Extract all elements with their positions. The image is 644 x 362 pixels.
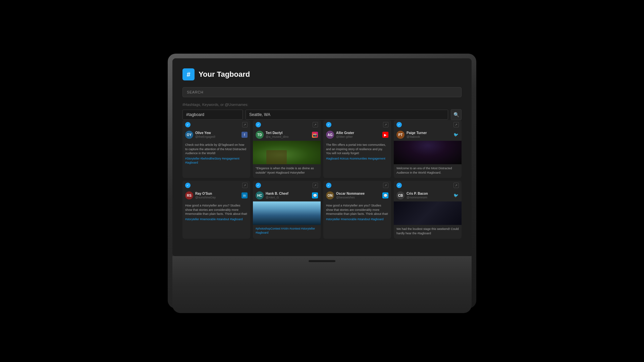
card-top-bar: ✓↗: [253, 120, 321, 129]
card-image: [394, 201, 462, 225]
card-check-icon[interactable]: ✓: [256, 183, 261, 188]
card-user-row: AGAllie Grater@litter-g8ter▶: [323, 129, 391, 141]
card-text-section: #photoshopContest #AMA #contest #storyte…: [253, 225, 321, 237]
avatar: RS: [185, 191, 193, 199]
card-username: Allie Grater: [336, 131, 354, 135]
card-check-icon[interactable]: ✓: [326, 122, 331, 127]
platform-twitter-icon: 🐦: [453, 132, 459, 138]
card-user-row: HCHank B. Cheef@Alert_G💬: [253, 190, 321, 201]
card-body-text: How good a #storyteller are you? Studies…: [185, 203, 248, 216]
card-username: Teri Dactyl: [266, 131, 288, 135]
card-check-icon[interactable]: ✓: [185, 183, 191, 188]
platform-instagram-icon: 📸: [312, 132, 318, 138]
card-text-section: How good a #storyteller are you? Studies…: [182, 201, 250, 224]
laptop-screen: # Your Tagboard SEARCH #Hashtags, Keywor…: [172, 58, 472, 256]
card-top-bar: ✓↗: [182, 181, 250, 190]
card-user-row: TDTeri Dactyl@a_mused_dino📸: [253, 129, 321, 141]
card-check-icon[interactable]: ✓: [326, 183, 331, 188]
card-expand-button[interactable]: ↗: [313, 122, 318, 127]
card-text-section: "Elegance is when the inside is as divin…: [253, 164, 321, 178]
laptop-base: [172, 256, 472, 313]
cards-grid: ✓↗OYOlive Yew@theEngaged!fCheck out this…: [182, 120, 462, 239]
card-text-section: How good a #storyteller are you? Studies…: [323, 201, 391, 224]
avatar: AG: [326, 131, 334, 139]
card-handle: @theEngaged!: [195, 135, 215, 139]
card-expand-button[interactable]: ↗: [242, 183, 248, 188]
card-user-row: RSRay O'Sun@sunshineDayin: [182, 190, 250, 201]
laptop-hinge: [309, 260, 335, 262]
card-expand-button[interactable]: ↗: [242, 122, 248, 127]
search-section: SEARCH: [182, 87, 462, 97]
card-top-bar: ✓↗: [394, 181, 462, 190]
hashtag-input[interactable]: [182, 110, 243, 120]
avatar: PT: [396, 131, 405, 139]
card-check-icon[interactable]: ✓: [396, 122, 402, 127]
search-inputs-row: 🔍: [182, 109, 462, 120]
card-card-7: ✓↗ONOscar Nommanee@besswishes💬How good a…: [323, 181, 391, 239]
card-body-text: Check out this article by @Tagboard on h…: [185, 143, 248, 156]
card-username: Paige Turner: [407, 131, 427, 135]
platform-twitter-icon: 🐦: [453, 192, 459, 198]
card-expand-button[interactable]: ↗: [453, 122, 459, 127]
card-check-icon[interactable]: ✓: [256, 122, 261, 127]
location-input[interactable]: [246, 110, 448, 120]
card-top-bar: ✓↗: [323, 181, 391, 190]
card-top-bar: ✓↗: [182, 120, 250, 129]
card-user-row: OYOlive Yew@theEngaged!f: [182, 129, 250, 141]
card-body-text: "Elegance is when the inside is as divin…: [256, 166, 318, 175]
card-handle: @litabook: [407, 135, 427, 139]
card-user-row: CBCris P. Bacon@nomnomnom🐦: [394, 190, 462, 201]
card-card-2: ✓↗TDTeri Dactyl@a_mused_dino📸"Elegance i…: [253, 120, 321, 178]
card-expand-button[interactable]: ↗: [383, 183, 388, 188]
app-title: Your Tagboard: [199, 70, 250, 79]
search-hint: #Hashtags, Keywords, or @Usernames:: [182, 103, 462, 107]
app-container: # Your Tagboard SEARCH #Hashtags, Keywor…: [172, 58, 472, 256]
card-card-4: ✓↗PTPaige Turner@litabook🐦Welcome to an …: [394, 120, 462, 178]
card-username: Cris P. Bacon: [407, 192, 428, 196]
search-label: SEARCH: [187, 90, 457, 94]
card-image: [253, 201, 321, 225]
card-handle: @Alert_G: [266, 196, 288, 199]
avatar: CB: [396, 191, 405, 199]
card-expand-button[interactable]: ↗: [453, 183, 459, 188]
card-body-text: Welcome to an era of the Most Distracted…: [396, 166, 459, 175]
search-button[interactable]: 🔍: [451, 109, 462, 120]
card-card-1: ✓↗OYOlive Yew@theEngaged!fCheck out this…: [182, 120, 250, 178]
card-hashtags: #Storyteller #behindtheStory #engagement…: [185, 157, 248, 165]
card-expand-button[interactable]: ↗: [383, 122, 388, 127]
card-username: Oscar Nommanee: [336, 192, 365, 196]
card-check-icon[interactable]: ✓: [185, 122, 191, 127]
search-icon: 🔍: [453, 112, 459, 117]
platform-facebook-icon: f: [241, 132, 248, 138]
card-handle: @litter-g8ter: [336, 135, 354, 139]
avatar: ON: [326, 191, 334, 199]
card-check-icon[interactable]: ✓: [396, 183, 402, 188]
card-username: Ray O'Sun: [195, 192, 216, 196]
card-text-section: The film offers a portal into two commun…: [323, 141, 391, 163]
laptop-device: # Your Tagboard SEARCH #Hashtags, Keywor…: [168, 54, 476, 308]
card-username: Olive Yew: [195, 131, 215, 135]
card-card-5: ✓↗RSRay O'Sun@sunshineDayinHow good a #s…: [182, 181, 250, 239]
card-handle: @sunshineDay: [195, 196, 216, 199]
card-text-section: Check out this article by @Tagboard on h…: [182, 141, 250, 167]
card-body-text: How good a #storyteller are you? Studies…: [326, 203, 388, 216]
avatar: TD: [256, 131, 264, 139]
platform-youtube-icon: ▶: [382, 132, 388, 138]
card-text-section: Welcome to an era of the Most Distracted…: [394, 164, 462, 178]
platform-linkedin-icon: in: [241, 192, 248, 198]
card-image: [394, 141, 462, 164]
card-username: Hank B. Cheef: [266, 192, 288, 196]
card-card-3: ✓↗AGAllie Grater@litter-g8ter▶The film o…: [323, 120, 391, 178]
card-handle: @a_mused_dino: [266, 135, 288, 139]
card-expand-button[interactable]: ↗: [313, 183, 318, 188]
platform-messenger-icon: 💬: [382, 192, 388, 198]
card-user-row: ONOscar Nommanee@besswishes💬: [323, 190, 391, 201]
card-hashtags: #storyteller #memorable #standout #tagbo…: [185, 218, 248, 222]
card-image: [253, 141, 321, 164]
app-logo: #: [182, 68, 195, 80]
card-top-bar: ✓↗: [253, 181, 321, 190]
card-card-8: ✓↗CBCris P. Bacon@nomnomnom🐦We had the l…: [394, 181, 462, 239]
card-top-bar: ✓↗: [394, 120, 462, 129]
card-hashtags: #storyteller #memorable #standout #tagbo…: [326, 218, 388, 222]
card-body-text: We had the loudest stage this weekend! C…: [396, 227, 459, 235]
